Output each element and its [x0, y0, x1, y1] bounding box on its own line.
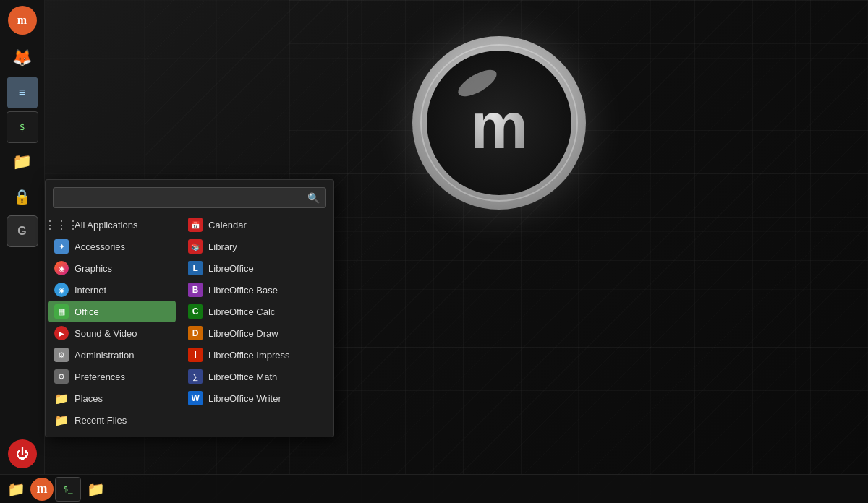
calendar-icon: 📅: [188, 218, 203, 232]
app-menu: 🔍 ⋮⋮⋮ All Applications ✦ Accessories ◉ G…: [45, 179, 334, 437]
bottom-terminal[interactable]: $_: [55, 477, 81, 502]
all-apps-label: All Applications: [75, 220, 137, 231]
app-lomath[interactable]: ∑ LibreOffice Math: [182, 366, 331, 387]
app-localc[interactable]: C LibreOffice Calc: [182, 301, 331, 322]
office-icon: ▦: [54, 304, 69, 319]
taskbar-left: m 🦊 ≡ $ 📁 🔒 G ⏻: [0, 0, 45, 474]
graphics-icon: ◉: [54, 261, 69, 275]
bottom-folder-green[interactable]: 📁: [3, 477, 29, 502]
accessories-label: Accessories: [75, 241, 125, 252]
menu-apps: 📅 Calendar 📚 Library L LibreOffice B Lib…: [179, 214, 333, 431]
category-graphics[interactable]: ◉ Graphics: [48, 257, 176, 279]
category-office[interactable]: ▦ Office: [48, 301, 176, 322]
lomath-label: LibreOffice Math: [208, 371, 277, 382]
preferences-label: Preferences: [75, 371, 125, 382]
libreoffice-label: LibreOffice: [208, 263, 254, 274]
mint-menu-button[interactable]: m: [8, 6, 37, 35]
localc-label: LibreOffice Calc: [208, 306, 275, 317]
lowriter-icon: W: [188, 391, 203, 405]
lomath-icon: ∑: [188, 369, 203, 384]
lobase-label: LibreOffice Base: [208, 285, 278, 296]
accessories-icon: ✦: [54, 239, 69, 254]
libreoffice-icon: L: [188, 261, 203, 275]
lobase-icon: B: [188, 283, 203, 297]
category-all-apps[interactable]: ⋮⋮⋮ All Applications: [48, 214, 176, 236]
svg-text:m: m: [470, 90, 528, 162]
power-button[interactable]: ⏻: [8, 439, 37, 468]
taskbar-bottom: 📁 m $_ 📁: [0, 474, 868, 503]
bottom-mint-button[interactable]: m: [30, 478, 54, 501]
search-wrapper: 🔍: [53, 187, 326, 208]
app-library[interactable]: 📚 Library: [182, 236, 331, 257]
administration-label: Administration: [75, 350, 134, 361]
lodraw-label: LibreOffice Draw: [208, 328, 278, 339]
mint-logo: m: [398, 22, 600, 224]
category-preferences[interactable]: ⚙ Preferences: [48, 366, 176, 387]
menu-content: ⋮⋮⋮ All Applications ✦ Accessories ◉ Gra…: [46, 214, 333, 431]
places-icon: 📁: [54, 391, 69, 405]
category-internet[interactable]: ◉ Internet: [48, 279, 176, 301]
library-icon: 📚: [188, 239, 203, 254]
app-libreoffice[interactable]: L LibreOffice: [182, 257, 331, 279]
loimpress-label: LibreOffice Impress: [208, 350, 289, 361]
recent-files-icon: 📁: [54, 413, 69, 427]
category-administration[interactable]: ⚙ Administration: [48, 344, 176, 366]
internet-icon: ◉: [54, 283, 69, 297]
localc-icon: C: [188, 304, 203, 319]
app-loimpress[interactable]: I LibreOffice Impress: [182, 344, 331, 366]
app-calendar[interactable]: 📅 Calendar: [182, 214, 331, 236]
app-lowriter[interactable]: W LibreOffice Writer: [182, 387, 331, 409]
loimpress-icon: I: [188, 348, 203, 362]
category-sound-video[interactable]: ▶ Sound & Video: [48, 322, 176, 344]
places-label: Places: [75, 393, 103, 404]
all-apps-icon: ⋮⋮⋮: [54, 218, 69, 232]
browser-icon[interactable]: 🦊: [7, 42, 38, 74]
graphics-label: Graphics: [75, 263, 112, 274]
g-app-icon[interactable]: G: [7, 215, 38, 247]
lowriter-label: LibreOffice Writer: [208, 393, 281, 404]
library-label: Library: [208, 241, 237, 252]
app-lodraw[interactable]: D LibreOffice Draw: [182, 322, 331, 344]
menu-categories: ⋮⋮⋮ All Applications ✦ Accessories ◉ Gra…: [46, 214, 179, 431]
app-lobase[interactable]: B LibreOffice Base: [182, 279, 331, 301]
search-input[interactable]: [54, 188, 326, 207]
search-icon: 🔍: [307, 192, 320, 204]
recent-files-label: Recent Files: [75, 415, 127, 426]
category-places[interactable]: 📁 Places: [48, 387, 176, 409]
lock-icon[interactable]: 🔒: [7, 181, 38, 212]
preferences-icon: ⚙: [54, 369, 69, 384]
calendar-label: Calendar: [208, 220, 247, 231]
administration-icon: ⚙: [54, 348, 69, 362]
lodraw-icon: D: [188, 326, 203, 340]
office-label: Office: [75, 306, 99, 317]
sound-video-icon: ▶: [54, 326, 69, 340]
category-recent-files[interactable]: 📁 Recent Files: [48, 409, 176, 431]
category-accessories[interactable]: ✦ Accessories: [48, 236, 176, 257]
sound-video-label: Sound & Video: [75, 328, 137, 339]
folder-icon[interactable]: 📁: [7, 146, 38, 178]
search-bar: 🔍: [46, 180, 333, 214]
bottom-folder2[interactable]: 📁: [82, 477, 109, 502]
files-icon[interactable]: ≡: [7, 77, 38, 108]
internet-label: Internet: [75, 285, 106, 296]
terminal-icon[interactable]: $: [7, 111, 38, 143]
